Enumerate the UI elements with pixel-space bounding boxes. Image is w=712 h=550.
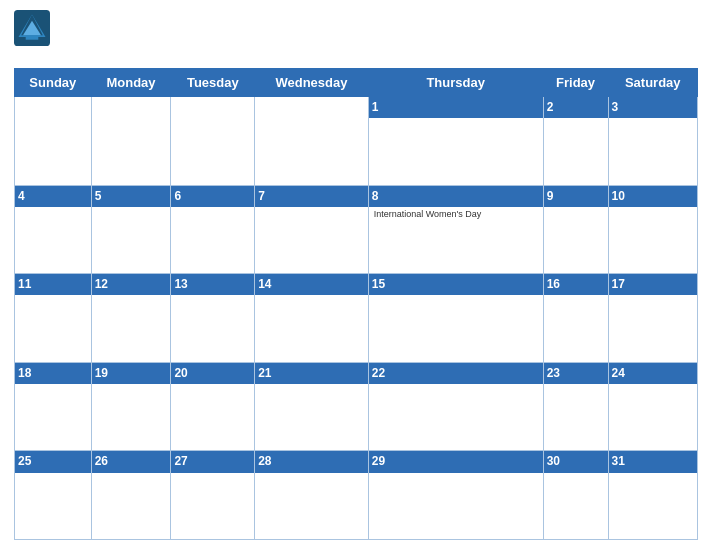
day-number: 12 xyxy=(92,274,171,295)
calendar-cell-w2-d4: 7 xyxy=(255,185,369,274)
calendar-cell-w2-d6: 9 xyxy=(543,185,608,274)
day-number: 19 xyxy=(92,363,171,384)
day-number: 31 xyxy=(609,451,697,472)
calendar-cell-w1-d3 xyxy=(171,97,255,186)
svg-rect-4 xyxy=(26,35,39,40)
day-number: 24 xyxy=(609,363,697,384)
calendar-cell-w4-d4: 21 xyxy=(255,362,369,451)
header-wednesday: Wednesday xyxy=(255,69,369,97)
calendar-cell-w1-d5: 1 xyxy=(368,97,543,186)
day-number: 16 xyxy=(544,274,608,295)
calendar-cell-w2-d5: 8International Women's Day xyxy=(368,185,543,274)
calendar-cell-w4-d5: 22 xyxy=(368,362,543,451)
calendar-table: Sunday Monday Tuesday Wednesday Thursday… xyxy=(14,68,698,540)
calendar-cell-w2-d2: 5 xyxy=(91,185,171,274)
day-number: 20 xyxy=(171,363,254,384)
calendar-cell-w1-d7: 3 xyxy=(608,97,697,186)
calendar-cell-w2-d1: 4 xyxy=(15,185,92,274)
header-monday: Monday xyxy=(91,69,171,97)
day-number: 28 xyxy=(255,451,368,472)
day-number: 15 xyxy=(369,274,543,295)
day-number: 7 xyxy=(255,186,368,207)
day-number: 13 xyxy=(171,274,254,295)
calendar-cell-w3-d3: 13 xyxy=(171,274,255,363)
logo xyxy=(14,10,53,46)
event-label: International Women's Day xyxy=(374,209,538,221)
calendar-cell-w5-d4: 28 xyxy=(255,451,369,540)
day-number: 8 xyxy=(369,186,543,207)
day-number: 18 xyxy=(15,363,91,384)
calendar-header xyxy=(14,10,698,62)
calendar-cell-w3-d7: 17 xyxy=(608,274,697,363)
week-row-4: 18192021222324 xyxy=(15,362,698,451)
calendar-cell-w1-d4 xyxy=(255,97,369,186)
day-number: 14 xyxy=(255,274,368,295)
header-thursday: Thursday xyxy=(368,69,543,97)
week-row-5: 25262728293031 xyxy=(15,451,698,540)
calendar-cell-w2-d7: 10 xyxy=(608,185,697,274)
calendar-cell-w3-d1: 11 xyxy=(15,274,92,363)
header-saturday: Saturday xyxy=(608,69,697,97)
calendar-cell-w3-d4: 14 xyxy=(255,274,369,363)
header-friday: Friday xyxy=(543,69,608,97)
calendar-cell-w5-d5: 29 xyxy=(368,451,543,540)
day-number: 25 xyxy=(15,451,91,472)
header-tuesday: Tuesday xyxy=(171,69,255,97)
day-number: 26 xyxy=(92,451,171,472)
week-row-2: 45678International Women's Day910 xyxy=(15,185,698,274)
calendar-cell-w5-d3: 27 xyxy=(171,451,255,540)
calendar-cell-w5-d6: 30 xyxy=(543,451,608,540)
day-number: 21 xyxy=(255,363,368,384)
day-number: 3 xyxy=(609,97,697,118)
day-number: 29 xyxy=(369,451,543,472)
calendar-cell-w4-d2: 19 xyxy=(91,362,171,451)
calendar-cell-w5-d7: 31 xyxy=(608,451,697,540)
header-sunday: Sunday xyxy=(15,69,92,97)
day-number: 4 xyxy=(15,186,91,207)
calendar-cell-w1-d2 xyxy=(91,97,171,186)
day-number: 5 xyxy=(92,186,171,207)
calendar-cell-w4-d3: 20 xyxy=(171,362,255,451)
calendar-cell-w4-d7: 24 xyxy=(608,362,697,451)
day-number: 10 xyxy=(609,186,697,207)
day-number: 11 xyxy=(15,274,91,295)
calendar-cell-w5-d2: 26 xyxy=(91,451,171,540)
day-number: 9 xyxy=(544,186,608,207)
calendar-cell-w1-d1 xyxy=(15,97,92,186)
logo-icon xyxy=(14,10,50,46)
calendar-container: Sunday Monday Tuesday Wednesday Thursday… xyxy=(0,0,712,550)
day-number: 22 xyxy=(369,363,543,384)
calendar-cell-w4-d1: 18 xyxy=(15,362,92,451)
week-row-1: 123 xyxy=(15,97,698,186)
week-row-3: 11121314151617 xyxy=(15,274,698,363)
calendar-cell-w4-d6: 23 xyxy=(543,362,608,451)
calendar-cell-w3-d6: 16 xyxy=(543,274,608,363)
day-number: 23 xyxy=(544,363,608,384)
day-number: 30 xyxy=(544,451,608,472)
day-number: 27 xyxy=(171,451,254,472)
calendar-cell-w2-d3: 6 xyxy=(171,185,255,274)
calendar-cell-w1-d6: 2 xyxy=(543,97,608,186)
day-number: 1 xyxy=(369,97,543,118)
calendar-cell-w3-d5: 15 xyxy=(368,274,543,363)
day-number: 17 xyxy=(609,274,697,295)
calendar-cell-w5-d1: 25 xyxy=(15,451,92,540)
day-number: 2 xyxy=(544,97,608,118)
day-number: 6 xyxy=(171,186,254,207)
calendar-cell-w3-d2: 12 xyxy=(91,274,171,363)
weekday-header-row: Sunday Monday Tuesday Wednesday Thursday… xyxy=(15,69,698,97)
